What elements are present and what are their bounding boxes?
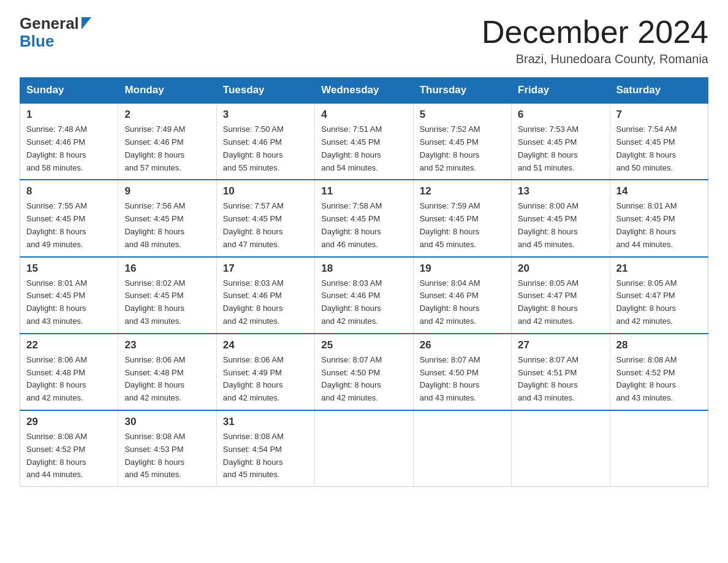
day-number: 31 bbox=[223, 416, 308, 428]
title-block: December 2024 Brazi, Hunedoara County, R… bbox=[482, 15, 708, 66]
page-header: General Blue December 2024 Brazi, Hunedo… bbox=[20, 15, 708, 66]
calendar-row-4: 29Sunrise: 8:08 AMSunset: 4:52 PMDayligh… bbox=[20, 410, 708, 487]
calendar-cell: 19Sunrise: 8:04 AMSunset: 4:46 PMDayligh… bbox=[413, 257, 511, 334]
calendar-cell: 26Sunrise: 8:07 AMSunset: 4:50 PMDayligh… bbox=[413, 334, 511, 410]
day-info: Sunrise: 8:08 AMSunset: 4:54 PMDaylight:… bbox=[223, 431, 308, 481]
day-number: 21 bbox=[616, 262, 702, 275]
location: Brazi, Hunedoara County, Romania bbox=[482, 52, 708, 66]
calendar-table: SundayMondayTuesdayWednesdayThursdayFrid… bbox=[20, 77, 708, 487]
day-info: Sunrise: 8:06 AMSunset: 4:48 PMDaylight:… bbox=[26, 354, 112, 405]
day-info: Sunrise: 7:51 AMSunset: 4:45 PMDaylight:… bbox=[321, 123, 406, 174]
day-number: 11 bbox=[321, 185, 406, 197]
day-info: Sunrise: 8:08 AMSunset: 4:52 PMDaylight:… bbox=[616, 354, 702, 405]
day-number: 10 bbox=[223, 185, 308, 197]
weekday-header-saturday: Saturday bbox=[610, 78, 708, 104]
calendar-cell: 24Sunrise: 8:06 AMSunset: 4:49 PMDayligh… bbox=[216, 334, 314, 410]
calendar-cell: 4Sunrise: 7:51 AMSunset: 4:45 PMDaylight… bbox=[315, 103, 413, 180]
calendar-cell: 16Sunrise: 8:02 AMSunset: 4:45 PMDayligh… bbox=[118, 257, 216, 334]
day-number: 19 bbox=[420, 262, 505, 275]
calendar-cell: 9Sunrise: 7:56 AMSunset: 4:45 PMDaylight… bbox=[118, 180, 216, 256]
day-number: 15 bbox=[26, 262, 112, 275]
calendar-cell: 11Sunrise: 7:58 AMSunset: 4:45 PMDayligh… bbox=[315, 180, 413, 256]
day-info: Sunrise: 8:07 AMSunset: 4:51 PMDaylight:… bbox=[518, 354, 603, 405]
calendar-row-2: 15Sunrise: 8:01 AMSunset: 4:45 PMDayligh… bbox=[20, 257, 708, 334]
day-info: Sunrise: 7:56 AMSunset: 4:45 PMDaylight:… bbox=[124, 200, 210, 251]
day-number: 6 bbox=[518, 109, 603, 121]
calendar-cell: 31Sunrise: 8:08 AMSunset: 4:54 PMDayligh… bbox=[216, 410, 314, 487]
calendar-cell: 23Sunrise: 8:06 AMSunset: 4:48 PMDayligh… bbox=[118, 334, 216, 410]
day-number: 8 bbox=[26, 185, 112, 197]
day-number: 20 bbox=[518, 262, 603, 275]
weekday-header-friday: Friday bbox=[512, 78, 610, 104]
day-number: 12 bbox=[420, 185, 505, 197]
day-number: 9 bbox=[124, 185, 210, 197]
day-number: 5 bbox=[420, 109, 505, 121]
calendar-cell: 15Sunrise: 8:01 AMSunset: 4:45 PMDayligh… bbox=[20, 257, 118, 334]
calendar-row-0: 1Sunrise: 7:48 AMSunset: 4:46 PMDaylight… bbox=[20, 103, 708, 180]
calendar-cell: 3Sunrise: 7:50 AMSunset: 4:46 PMDaylight… bbox=[216, 103, 314, 180]
calendar-cell: 7Sunrise: 7:54 AMSunset: 4:45 PMDaylight… bbox=[610, 103, 708, 180]
weekday-header-thursday: Thursday bbox=[413, 78, 511, 104]
calendar-cell: 30Sunrise: 8:08 AMSunset: 4:53 PMDayligh… bbox=[118, 410, 216, 487]
day-info: Sunrise: 7:58 AMSunset: 4:45 PMDaylight:… bbox=[321, 200, 406, 251]
day-info: Sunrise: 8:03 AMSunset: 4:46 PMDaylight:… bbox=[321, 277, 406, 328]
day-number: 23 bbox=[124, 339, 210, 351]
calendar-row-3: 22Sunrise: 8:06 AMSunset: 4:48 PMDayligh… bbox=[20, 334, 708, 410]
day-info: Sunrise: 8:01 AMSunset: 4:45 PMDaylight:… bbox=[616, 200, 702, 251]
day-info: Sunrise: 8:03 AMSunset: 4:46 PMDaylight:… bbox=[223, 277, 308, 328]
calendar-row-1: 8Sunrise: 7:55 AMSunset: 4:45 PMDaylight… bbox=[20, 180, 708, 256]
day-info: Sunrise: 8:00 AMSunset: 4:45 PMDaylight:… bbox=[518, 200, 603, 251]
logo-blue: Blue bbox=[20, 33, 91, 50]
day-info: Sunrise: 8:06 AMSunset: 4:48 PMDaylight:… bbox=[124, 354, 210, 405]
calendar-cell bbox=[413, 410, 511, 487]
day-info: Sunrise: 7:50 AMSunset: 4:46 PMDaylight:… bbox=[223, 123, 308, 174]
calendar-cell bbox=[512, 410, 610, 487]
day-number: 7 bbox=[616, 109, 702, 121]
day-number: 13 bbox=[518, 185, 603, 197]
calendar-cell: 21Sunrise: 8:05 AMSunset: 4:47 PMDayligh… bbox=[610, 257, 708, 334]
calendar-cell: 1Sunrise: 7:48 AMSunset: 4:46 PMDaylight… bbox=[20, 103, 118, 180]
day-number: 2 bbox=[124, 109, 210, 121]
calendar-cell: 18Sunrise: 8:03 AMSunset: 4:46 PMDayligh… bbox=[315, 257, 413, 334]
calendar-cell: 2Sunrise: 7:49 AMSunset: 4:46 PMDaylight… bbox=[118, 103, 216, 180]
calendar-cell bbox=[315, 410, 413, 487]
day-number: 29 bbox=[26, 416, 112, 428]
weekday-header-monday: Monday bbox=[118, 78, 216, 104]
logo-general: General bbox=[20, 15, 91, 33]
day-info: Sunrise: 7:48 AMSunset: 4:46 PMDaylight:… bbox=[26, 123, 112, 174]
day-info: Sunrise: 8:05 AMSunset: 4:47 PMDaylight:… bbox=[518, 277, 603, 328]
day-number: 17 bbox=[223, 262, 308, 275]
day-info: Sunrise: 8:06 AMSunset: 4:49 PMDaylight:… bbox=[223, 354, 308, 405]
day-number: 18 bbox=[321, 262, 406, 275]
day-info: Sunrise: 8:08 AMSunset: 4:52 PMDaylight:… bbox=[26, 431, 112, 481]
day-number: 16 bbox=[124, 262, 210, 275]
calendar-cell: 13Sunrise: 8:00 AMSunset: 4:45 PMDayligh… bbox=[512, 180, 610, 256]
calendar-cell: 5Sunrise: 7:52 AMSunset: 4:45 PMDaylight… bbox=[413, 103, 511, 180]
day-number: 27 bbox=[518, 339, 603, 351]
calendar-cell: 22Sunrise: 8:06 AMSunset: 4:48 PMDayligh… bbox=[20, 334, 118, 410]
day-info: Sunrise: 8:08 AMSunset: 4:53 PMDaylight:… bbox=[124, 431, 210, 481]
logo-arrow-icon bbox=[82, 17, 91, 29]
day-info: Sunrise: 8:02 AMSunset: 4:45 PMDaylight:… bbox=[124, 277, 210, 328]
weekday-header-wednesday: Wednesday bbox=[315, 78, 413, 104]
day-info: Sunrise: 8:01 AMSunset: 4:45 PMDaylight:… bbox=[26, 277, 112, 328]
day-number: 3 bbox=[223, 109, 308, 121]
day-info: Sunrise: 7:52 AMSunset: 4:45 PMDaylight:… bbox=[420, 123, 505, 174]
day-number: 25 bbox=[321, 339, 406, 351]
calendar-cell: 8Sunrise: 7:55 AMSunset: 4:45 PMDaylight… bbox=[20, 180, 118, 256]
calendar-cell: 20Sunrise: 8:05 AMSunset: 4:47 PMDayligh… bbox=[512, 257, 610, 334]
month-title: December 2024 bbox=[482, 15, 708, 50]
day-info: Sunrise: 7:59 AMSunset: 4:45 PMDaylight:… bbox=[420, 200, 505, 251]
day-number: 22 bbox=[26, 339, 112, 351]
calendar-cell: 25Sunrise: 8:07 AMSunset: 4:50 PMDayligh… bbox=[315, 334, 413, 410]
logo: General Blue bbox=[20, 15, 91, 50]
calendar-cell: 27Sunrise: 8:07 AMSunset: 4:51 PMDayligh… bbox=[512, 334, 610, 410]
calendar-cell: 12Sunrise: 7:59 AMSunset: 4:45 PMDayligh… bbox=[413, 180, 511, 256]
day-info: Sunrise: 7:49 AMSunset: 4:46 PMDaylight:… bbox=[124, 123, 210, 174]
day-number: 28 bbox=[616, 339, 702, 351]
day-number: 4 bbox=[321, 109, 406, 121]
day-number: 24 bbox=[223, 339, 308, 351]
day-number: 14 bbox=[616, 185, 702, 197]
day-number: 30 bbox=[124, 416, 210, 428]
weekday-header-tuesday: Tuesday bbox=[216, 78, 314, 104]
